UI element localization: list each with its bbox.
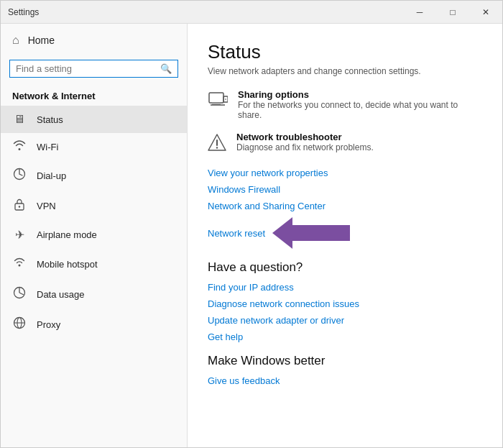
sidebar-section-label: Network & Internet [1, 85, 187, 106]
main-content: Status View network adapters and change … [188, 24, 502, 447]
card-troubleshooter-text: Network troubleshooter Diagnose and fix … [236, 132, 374, 152]
svg-point-3 [19, 265, 21, 267]
nav-dialup-label: Dial-up [37, 170, 66, 181]
sharing-icon [208, 91, 228, 112]
wifi-icon [12, 140, 27, 153]
link-windows-firewall[interactable]: Windows Firewall [208, 184, 482, 195]
nav-datausage-label: Data usage [37, 289, 85, 300]
link-update-adapter[interactable]: Update network adapter or driver [208, 315, 482, 326]
link-find-ip[interactable]: Find your IP address [208, 282, 482, 293]
nav-hotspot-label: Mobile hotspot [37, 259, 98, 270]
network-reset-row: Network reset [208, 217, 482, 249]
nav-proxy-label: Proxy [37, 319, 60, 330]
window-title: Settings [8, 7, 39, 17]
network-reset-arrow [272, 217, 350, 249]
make-windows-better-heading: Make Windows better [208, 354, 482, 368]
nav-status-label: Status [37, 114, 63, 125]
sidebar-item-wifi[interactable]: Wi-Fi [1, 133, 187, 160]
card-sharing-desc: For the networks you connect to, decide … [238, 100, 482, 120]
svg-point-15 [216, 147, 218, 148]
hotspot-icon [12, 256, 27, 272]
svg-point-2 [19, 206, 20, 207]
sidebar-item-datausage[interactable]: Data usage [1, 279, 187, 309]
card-sharing-title: Sharing options [238, 89, 482, 100]
settings-window: Settings ─ □ ✕ ⌂ Home 🔍 Network & Intern… [0, 0, 503, 448]
search-box[interactable]: 🔍 [9, 60, 178, 78]
link-feedback[interactable]: Give us feedback [208, 375, 482, 386]
sidebar: ⌂ Home 🔍 Network & Internet 🖥 Status [1, 24, 188, 447]
link-view-properties[interactable]: View your network properties [208, 168, 482, 178]
vpn-icon [12, 198, 27, 214]
card-sharing: Sharing options For the networks you con… [208, 89, 482, 120]
card-sharing-text: Sharing options For the networks you con… [238, 89, 482, 120]
link-diagnose[interactable]: Diagnose network connection issues [208, 298, 482, 309]
subtitle-text: View network adapters and change connect… [208, 66, 482, 76]
airplane-icon: ✈ [12, 228, 27, 242]
sidebar-item-airplane[interactable]: ✈ Airplane mode [1, 221, 187, 249]
sidebar-item-home[interactable]: ⌂ Home [1, 24, 187, 57]
sidebar-item-dialup[interactable]: Dial-up [1, 160, 187, 191]
sidebar-item-proxy[interactable]: Proxy [1, 309, 187, 339]
search-input[interactable] [16, 63, 160, 74]
nav-wifi-label: Wi-Fi [37, 142, 58, 152]
card-troubleshooter-desc: Diagnose and fix network problems. [236, 142, 374, 152]
card-troubleshooter: Network troubleshooter Diagnose and fix … [208, 132, 482, 156]
nav-airplane-label: Airplane mode [37, 229, 97, 240]
datausage-icon [12, 286, 27, 302]
sidebar-item-vpn[interactable]: VPN [1, 191, 187, 221]
content-area: ⌂ Home 🔍 Network & Internet 🖥 Status [1, 24, 502, 447]
link-sharing-center[interactable]: Network and Sharing Center [208, 201, 482, 211]
maximize-button[interactable]: □ [436, 1, 469, 24]
home-label: Home [28, 35, 55, 46]
link-network-reset[interactable]: Network reset [208, 228, 265, 239]
make-windows-better-section: Make Windows better Give us feedback [208, 354, 482, 386]
minimize-button[interactable]: ─ [403, 1, 436, 24]
page-title: Status [208, 41, 482, 63]
proxy-icon [12, 316, 27, 332]
nav-vpn-label: VPN [37, 201, 56, 211]
troubleshooter-icon [208, 133, 226, 156]
titlebar: Settings ─ □ ✕ [1, 1, 502, 24]
search-icon: 🔍 [160, 63, 172, 74]
link-get-help[interactable]: Get help [208, 332, 482, 342]
status-icon: 🖥 [12, 113, 27, 126]
arrow-body [292, 225, 350, 241]
svg-rect-8 [209, 93, 223, 103]
sidebar-item-hotspot[interactable]: Mobile hotspot [1, 249, 187, 279]
have-question-heading: Have a question? [208, 260, 482, 275]
titlebar-controls: ─ □ ✕ [403, 1, 502, 23]
close-button[interactable]: ✕ [469, 1, 502, 24]
have-question-section: Have a question? Find your IP address Di… [208, 260, 482, 342]
home-icon: ⌂ [12, 34, 19, 47]
dialup-icon [12, 168, 27, 183]
sidebar-item-status[interactable]: 🖥 Status [1, 106, 187, 133]
card-troubleshooter-title: Network troubleshooter [236, 132, 374, 142]
arrow-head [272, 217, 292, 249]
